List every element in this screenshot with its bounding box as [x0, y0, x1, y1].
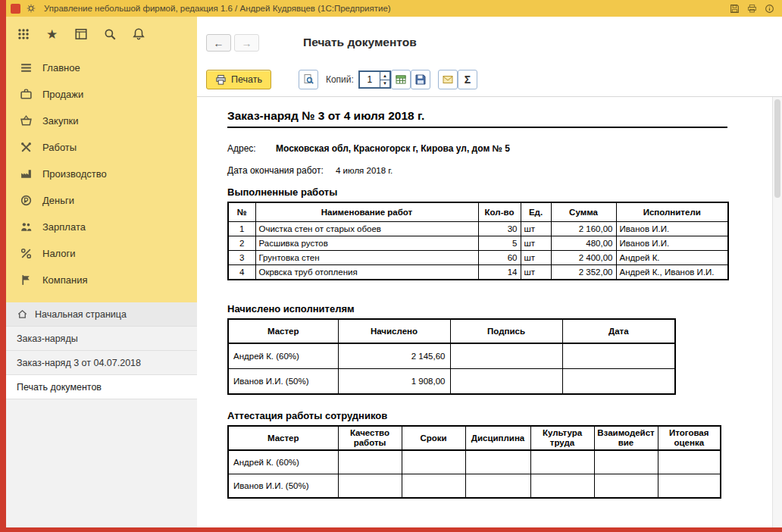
column-header: Культура труда	[530, 426, 594, 450]
column-header: Подпись	[450, 319, 562, 343]
table-cell: 2	[228, 236, 255, 251]
nav-item-home[interactable]: Начальная страница	[6, 302, 197, 327]
table-cell: 30	[478, 222, 521, 236]
table-cell	[465, 474, 530, 499]
favorites-star-icon[interactable]: ★	[42, 25, 61, 44]
table-settings-button[interactable]	[391, 70, 411, 89]
table-cell: Расшивка рустов	[255, 236, 478, 251]
window-title: Управление небольшой фирмой, редакция 1.…	[44, 4, 391, 13]
save-icon	[414, 74, 427, 86]
home-icon	[17, 308, 29, 321]
vertical-scrollbar[interactable]	[772, 97, 782, 527]
sidebar-nav: Начальная страницаЗаказ-нарядыЗаказ-наря…	[6, 302, 197, 527]
document-title: Заказ-наряд № 3 от 4 июля 2018 г.	[227, 109, 727, 128]
table-cell: 14	[478, 265, 521, 280]
table-row: Иванов И.И. (50%)1 908,00	[228, 369, 675, 395]
table-cell: Андрей К., Иванов И.И.	[616, 265, 728, 280]
sidebar-item-salary[interactable]: Зарплата	[6, 214, 197, 240]
print-button[interactable]: Печать	[206, 70, 271, 89]
column-header: Мастер	[228, 426, 338, 450]
toolbar: Печать Копий: ▲ ▼	[197, 67, 782, 92]
search-icon[interactable]	[100, 25, 119, 44]
sidebar-item-works[interactable]: Работы	[6, 134, 197, 161]
back-button[interactable]: ←	[206, 34, 231, 52]
sidebar-item-taxes[interactable]: Налоги	[6, 240, 197, 267]
sidebar-item-label: Деньги	[42, 195, 74, 206]
email-button[interactable]	[438, 70, 458, 89]
table-cell	[450, 369, 562, 395]
address-label: Адрес:	[227, 143, 276, 154]
table-cell: 480,00	[551, 236, 616, 251]
apps-grid-icon[interactable]	[14, 25, 33, 44]
copies-label: Копий:	[326, 74, 354, 85]
table-cell: шт	[521, 222, 551, 236]
copies-spinner: ▲ ▼	[358, 70, 391, 89]
table-cell	[562, 369, 675, 395]
sigma-icon: Σ	[465, 74, 471, 86]
sections-panel-icon[interactable]	[71, 25, 90, 44]
back-arrow-icon: ←	[214, 37, 224, 49]
titlebar: Управление небольшой фирмой, редакция 1.…	[6, 0, 782, 17]
column-header: Исполнители	[616, 202, 728, 222]
percent-icon	[19, 247, 33, 261]
table-cell	[594, 474, 658, 499]
end-date-row: Дата окончания работ: 4 июля 2018 г.	[227, 165, 772, 176]
notifications-bell-icon[interactable]	[129, 25, 148, 44]
nav-item-order-3[interactable]: Заказ-наряд 3 от 04.07.2018	[6, 351, 197, 375]
table-cell	[338, 450, 402, 474]
table-cell	[658, 450, 721, 474]
end-date-value: 4 июля 2018 г.	[336, 166, 393, 175]
table-header-row: МастерКачество работыСрокиДисциплинаКуль…	[228, 426, 721, 450]
nav-item-orders[interactable]: Заказ-наряды	[6, 327, 197, 351]
table-row: 3Грунтовка стен60шт2 400,00Андрей К.	[228, 251, 728, 265]
sidebar-item-purchases[interactable]: Закупки	[6, 108, 197, 134]
copies-input[interactable]	[360, 72, 380, 87]
accruals-table: МастерНачисленоПодписьДатаАндрей К. (60%…	[227, 318, 676, 395]
preview-icon	[302, 74, 314, 86]
preview-button[interactable]	[299, 70, 318, 89]
table-cell: Грунтовка стен	[255, 251, 478, 265]
table-cell: 4	[228, 265, 255, 280]
nav-item-print-doc[interactable]: Печать документов	[6, 375, 197, 399]
table-cell: Андрей К. (60%)	[228, 450, 338, 474]
table-header-row: №Наименование работКол-воЕд.СуммаИсполни…	[228, 202, 728, 222]
history-buttons: ← →	[206, 34, 259, 52]
sidebar-item-company[interactable]: Компания	[6, 267, 197, 293]
sidebar-item-label: Продажи	[42, 89, 83, 100]
table-cell: шт	[521, 265, 551, 280]
table-cell: шт	[521, 251, 551, 265]
table-cell: Андрей К.	[616, 251, 728, 265]
titlebar-print-icon[interactable]	[746, 2, 759, 15]
copies-increment-button[interactable]: ▲	[380, 72, 389, 80]
window-edge-bottom	[0, 527, 782, 532]
table-cell: 1	[228, 222, 255, 236]
address-row: Адрес: Московская обл, Красногорск г, Ки…	[227, 143, 772, 154]
forward-button[interactable]: →	[234, 34, 259, 52]
app-logo-icon	[11, 4, 20, 14]
table-settings-icon	[395, 74, 407, 86]
copies-decrement-button[interactable]: ▼	[380, 80, 389, 88]
forward-arrow-icon: →	[242, 37, 252, 49]
column-header: Начислено	[338, 319, 450, 343]
sidebar-item-label: Налоги	[42, 248, 76, 259]
table-cell: 3	[228, 251, 255, 265]
table-cell	[530, 474, 594, 499]
sidebar-item-money[interactable]: Деньги	[6, 187, 197, 214]
column-header: Наименование работ	[255, 202, 478, 222]
sidebar-item-production[interactable]: Производство	[6, 161, 197, 187]
sidebar-sections: ГлавноеПродажиЗакупкиРаботыПроизводствоД…	[6, 52, 197, 302]
sum-button[interactable]: Σ	[458, 70, 477, 89]
system-menu-icon[interactable]	[25, 3, 36, 14]
save-button[interactable]	[411, 70, 430, 89]
print-document: Заказ-наряд № 3 от 4 июля 2018 г. Адрес:…	[197, 97, 772, 527]
scrollbar-thumb[interactable]	[774, 99, 780, 198]
table-cell: шт	[521, 236, 551, 251]
sidebar-item-main[interactable]: Главное	[6, 55, 197, 81]
titlebar-info-icon[interactable]	[763, 2, 776, 15]
table-cell: Иванов И.И. (50%)	[228, 474, 338, 499]
sidebar-item-sales[interactable]: Продажи	[6, 81, 197, 108]
menu-icon	[19, 61, 33, 75]
address-value: Московская обл, Красногорск г, Кирова ул…	[276, 143, 510, 154]
titlebar-save-icon[interactable]	[728, 2, 741, 15]
table-cell: Иванов И.И.	[616, 222, 728, 236]
